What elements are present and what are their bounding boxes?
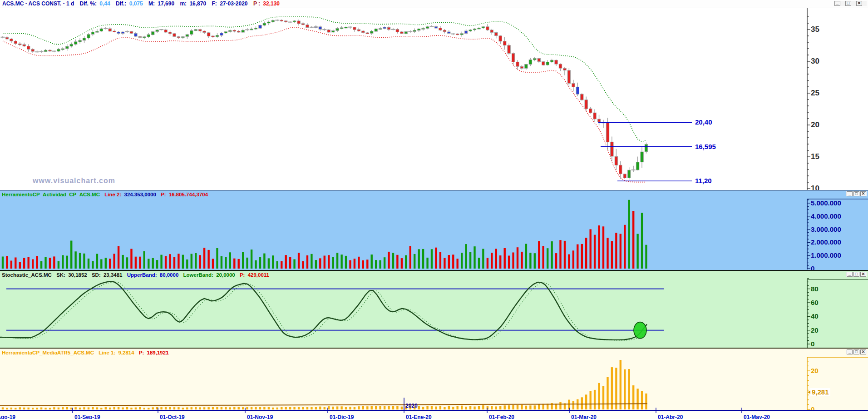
atr-media-line <box>0 404 647 405</box>
stochastic-bands <box>6 289 664 330</box>
minimize-button[interactable]: _ <box>847 191 853 196</box>
window-controls-main: _□✕ <box>834 1 867 6</box>
atr-chart-canvas[interactable] <box>0 349 868 411</box>
stochastic-axis-label: 20 <box>811 326 819 334</box>
minimize-button[interactable]: _ <box>847 272 853 277</box>
volume-axis-label: 4.000.000 <box>811 212 841 220</box>
close-button[interactable]: ✕ <box>856 1 862 6</box>
volume-bars <box>2 200 647 269</box>
date-axis: 01-Ago-1901-Sep-1901-Oct-1901-Nov-1901-D… <box>0 410 868 419</box>
date-value: 27-03-2020 <box>220 0 247 7</box>
signal-ellipse <box>634 322 646 339</box>
visual-chart-window: ACS.MC - ACS CONST. - 1 d Dif. %: 0,44 D… <box>0 0 868 419</box>
price-panel[interactable]: www.visualchart.com 20,4016,59511,203530… <box>0 8 868 190</box>
window-controls-volume: _□✕ <box>846 191 867 196</box>
dif-pct-label: Dif. %: <box>80 0 97 7</box>
date-label: F: <box>212 0 217 7</box>
maximize-button[interactable]: □ <box>845 1 851 6</box>
date-tick-label-2: 01-Oct-19 <box>160 414 185 419</box>
dif-label: Dif.: <box>116 0 126 7</box>
candles <box>1 20 648 180</box>
price-level-label-0: 20,40 <box>695 118 712 126</box>
p-label: P : <box>253 0 260 7</box>
price-level-label-2: 11,20 <box>695 177 712 185</box>
min-value: 16,870 <box>189 0 206 7</box>
date-tick-label-6: 01-Feb-20 <box>489 414 514 419</box>
date-axis-canvas <box>0 410 868 419</box>
max-value: 17,690 <box>158 0 174 7</box>
max-label: M: <box>148 0 155 7</box>
year-marker-2020: 2020 <box>405 403 418 409</box>
stochastic-axis-label: 60 <box>811 299 819 306</box>
date-tick-label-4: 01-Dic-19 <box>330 414 354 419</box>
stochastic-axis-label: 0 <box>811 340 814 348</box>
date-tick-label-5: 01-Ene-20 <box>406 414 432 419</box>
window-controls-stochastic: _□✕ <box>846 272 867 277</box>
date-tick-label-1: 01-Sep-19 <box>74 414 100 419</box>
date-tick-label-9: 01-May-20 <box>744 414 770 419</box>
minimize-button[interactable]: _ <box>834 1 840 6</box>
watermark: www.visualchart.com <box>33 177 115 185</box>
dif-pct-value: 0,44 <box>99 0 110 7</box>
minimize-button[interactable]: _ <box>847 349 853 354</box>
date-tick-label-0: 01-Ago-19 <box>0 414 15 419</box>
min-label: m: <box>180 0 187 7</box>
price-axis-label: 25 <box>811 89 819 98</box>
maximize-button[interactable]: □ <box>853 272 859 277</box>
stochastic-panel[interactable]: Stochastic_ACS.MC SK: 30,1852 SD: 23,348… <box>0 270 868 349</box>
window-controls-atr: _□✕ <box>846 349 867 354</box>
dif-value: 0,075 <box>129 0 143 7</box>
price-chart-canvas[interactable] <box>0 8 868 190</box>
price-axis-label: 20 <box>811 120 819 130</box>
atr-panel[interactable]: HerramientaCP_MediaATR5_ACS.MC Line 1: 9… <box>0 348 868 411</box>
date-tick-label-3: 01-Nov-19 <box>247 414 273 419</box>
price-axis-label: 15 <box>811 152 819 161</box>
p-value: 32,130 <box>263 0 280 7</box>
symbol-title: ACS.MC - ACS CONST. - 1 d <box>2 0 74 7</box>
price-axis-label: 35 <box>811 25 819 34</box>
maximize-button[interactable]: □ <box>853 191 859 196</box>
volume-axis-label: 3.000.000 <box>811 225 841 233</box>
stochastic-axis-label: 80 <box>811 285 819 293</box>
volume-axis-label: 2.000.000 <box>811 238 841 246</box>
atr-current-value-badge: 9,281 <box>810 388 830 396</box>
stochastic-chart-canvas[interactable] <box>0 271 868 349</box>
atr-bars <box>2 360 647 409</box>
stochastic-axis-label: 40 <box>811 312 819 320</box>
volume-panel[interactable]: HerramientoCP_Actividad_CP_ACS.MC Line 2… <box>0 190 868 270</box>
volume-axis-label: 5.000.000 <box>811 199 841 207</box>
price-axis-label: 30 <box>811 57 819 66</box>
volume-axis-label: 1.000.000 <box>811 251 841 259</box>
close-button[interactable]: ✕ <box>860 272 866 277</box>
upper-band <box>3 17 646 142</box>
price-axis-label: 10 <box>811 184 819 190</box>
maximize-button[interactable]: □ <box>853 349 859 354</box>
price-level-label-1: 16,595 <box>695 143 716 150</box>
atr-axis-label: 20 <box>811 367 819 374</box>
date-tick-label-7: 01-Mar-20 <box>571 414 597 419</box>
chart-title-bar: ACS.MC - ACS CONST. - 1 d Dif. %: 0,44 D… <box>0 0 868 8</box>
close-button[interactable]: ✕ <box>860 349 866 354</box>
stochastic-sk-line <box>0 281 647 340</box>
volume-chart-canvas[interactable] <box>0 190 868 270</box>
date-tick-label-8: 01-Abr-20 <box>658 414 683 419</box>
close-button[interactable]: ✕ <box>860 191 866 196</box>
lower-band <box>3 27 646 182</box>
